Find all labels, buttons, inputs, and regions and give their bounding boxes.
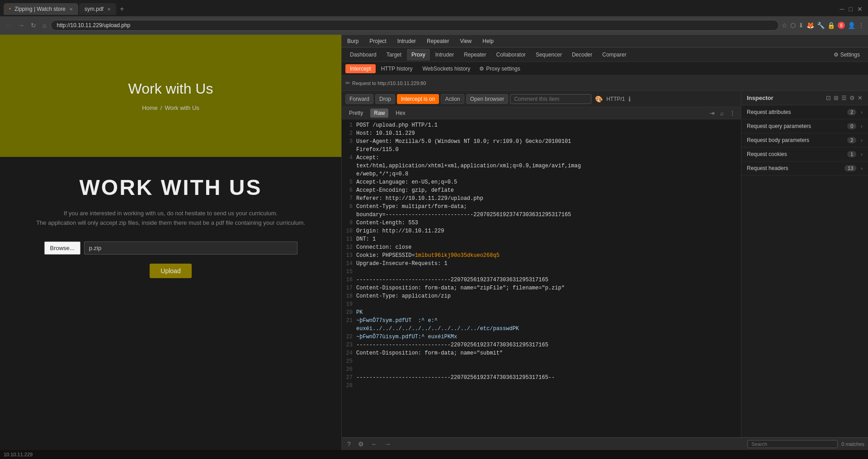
inspector-item[interactable]: Request headers13›	[741, 161, 868, 175]
request-url-label: Request to http://10.10.11.229:80	[352, 80, 426, 86]
wrench-icon[interactable]: 🔧	[817, 22, 825, 29]
settings-status-icon[interactable]: ⚙	[356, 440, 366, 449]
tab-zipping[interactable]: • Zipping | Watch store ✕	[4, 3, 78, 15]
extension-icon[interactable]: ⬡	[790, 22, 796, 29]
request-line: 13Cookie: PHPSESSID=1mlbut96ikj90o35dkue…	[344, 251, 739, 260]
foxy-proxy-icon[interactable]: 🦊	[807, 22, 814, 29]
drop-button[interactable]: Drop	[375, 94, 395, 104]
nav-collaborator[interactable]: Collaborator	[492, 49, 530, 61]
menu-help[interactable]: Help	[481, 38, 495, 44]
request-line: 4Accept:	[344, 154, 739, 162]
open-browser-button[interactable]: Open browser	[466, 94, 508, 104]
inspector-item[interactable]: Request cookies1›	[741, 147, 868, 161]
request-line: euxéi../../../../../../../../../../../et…	[344, 325, 739, 333]
more-icon[interactable]: ⋮	[727, 109, 737, 118]
palette-icon[interactable]: 🎨	[593, 95, 604, 104]
back-nav-icon[interactable]: ←	[369, 440, 379, 449]
request-line: boundary=---------------------------2207…	[344, 211, 739, 219]
window-close[interactable]: ✕	[855, 5, 864, 13]
request-line: text/html,application/xhtml+xml,applicat…	[344, 162, 739, 170]
sub-http-history[interactable]: HTTP history	[377, 64, 417, 73]
info-icon[interactable]: ℹ	[627, 95, 632, 104]
nav-decoder[interactable]: Decoder	[567, 49, 597, 61]
window-maximize[interactable]: □	[847, 5, 854, 13]
menu-intruder[interactable]: Intruder	[396, 38, 418, 44]
toggle-icon[interactable]: ⊡	[826, 95, 831, 101]
nav-intruder[interactable]: Intruder	[431, 49, 458, 61]
intercept-button[interactable]: Intercept is on	[397, 94, 439, 104]
gear-icon: ⚙	[479, 66, 484, 72]
tab-sym[interactable]: sym.pdf ✕	[79, 3, 116, 15]
nav-home[interactable]: ⌂	[41, 21, 48, 30]
forward-button[interactable]: Forward	[345, 94, 373, 104]
breadcrumb-home[interactable]: Home	[142, 104, 158, 111]
browse-button[interactable]: Browse...	[44, 241, 80, 255]
menu-view[interactable]: View	[458, 38, 473, 44]
menu-icon[interactable]: ⋮	[858, 22, 864, 29]
nav-comparer[interactable]: Comparer	[598, 49, 631, 61]
browser-chrome: • Zipping | Watch store ✕ sym.pdf ✕ + ─ …	[0, 0, 868, 35]
work-desc-line2: The application will only accept zip fil…	[36, 218, 305, 228]
inspector-header: Inspector ⊡ ⊞ ☰ ⚙ ✕	[741, 91, 868, 105]
nav-back[interactable]: ←	[4, 21, 14, 30]
panel-icon[interactable]: ⊞	[834, 95, 839, 101]
nav-sequencer[interactable]: Sequencer	[531, 49, 566, 61]
comment-input[interactable]	[510, 94, 591, 104]
lock-icon[interactable]: 🔒	[827, 22, 835, 29]
nav-settings[interactable]: ⚙ Settings	[829, 49, 864, 61]
menu-burp[interactable]: Burp	[345, 38, 360, 44]
tab-close-sym[interactable]: ✕	[107, 7, 111, 12]
proxy-settings-btn[interactable]: ⚙ Proxy settings	[479, 66, 520, 72]
inspector-actions: ⊡ ⊞ ☰ ⚙ ✕	[826, 95, 863, 101]
forward-nav-icon[interactable]: →	[383, 440, 393, 449]
request-line: 5Accept-Language: en-US,en;q=0.5	[344, 178, 739, 186]
search-icon[interactable]: ⌕	[718, 109, 726, 118]
request-line: 3User-Agent: Mozilla/5.0 (Windows NT 10.…	[344, 137, 739, 146]
browser-actions: ☆ ⬡ ⬇ 🦊 🔧 🔒 8 👤 ⋮	[782, 22, 864, 29]
chevron-right-icon: ›	[861, 123, 863, 129]
request-line: 7Referer: http://10.10.11.229/upload.php	[344, 194, 739, 203]
align-icon[interactable]: ☰	[841, 95, 847, 101]
tab-raw[interactable]: Raw	[370, 109, 388, 118]
new-tab-button[interactable]: +	[117, 5, 127, 13]
http-version-label: HTTP/1	[606, 96, 625, 102]
nav-target[interactable]: Target	[382, 49, 406, 61]
menu-repeater[interactable]: Repeater	[425, 38, 451, 44]
download-icon[interactable]: ⬇	[798, 22, 804, 29]
settings-icon[interactable]: ⚙	[849, 95, 855, 101]
nav-dashboard[interactable]: Dashboard	[345, 49, 381, 61]
request-line: 6Accept-Encoding: gzip, deflate	[344, 186, 739, 194]
window-minimize[interactable]: ─	[838, 5, 846, 13]
help-icon[interactable]: ?	[345, 440, 353, 449]
close-icon[interactable]: ✕	[858, 95, 863, 101]
profile-icon[interactable]: 👤	[848, 22, 855, 29]
inspector-item[interactable]: Request attributes2›	[741, 105, 868, 119]
request-line: 25	[344, 357, 739, 365]
chevron-right-icon: ›	[861, 151, 863, 157]
menu-project[interactable]: Project	[368, 38, 388, 44]
action-button[interactable]: Action	[441, 94, 464, 104]
upload-button[interactable]: Upload	[150, 264, 191, 278]
search-input[interactable]	[747, 440, 838, 448]
request-line: 18Content-Type: application/zip	[344, 292, 739, 300]
request-line: 24Content-Disposition: form-data; name="…	[344, 349, 739, 357]
browser-viewport: Work with Us Home / Work with Us WORK WI…	[0, 35, 341, 450]
bookmark-icon[interactable]: ☆	[782, 22, 788, 29]
sub-intercept[interactable]: Intercept	[345, 64, 376, 73]
address-input[interactable]	[51, 20, 779, 31]
nav-reload[interactable]: ↻	[29, 21, 38, 30]
tab-hex[interactable]: Hex	[392, 109, 409, 118]
breadcrumb: Home / Work with Us	[142, 104, 199, 111]
tab-close-zipping[interactable]: ✕	[69, 7, 73, 12]
inspector-panel: Inspector ⊡ ⊞ ☰ ⚙ ✕ Request attributes2›…	[741, 91, 868, 437]
nav-repeater[interactable]: Repeater	[459, 49, 491, 61]
indent-icon[interactable]: ⇥	[708, 109, 717, 118]
nav-forward[interactable]: →	[16, 21, 26, 30]
burp-menu-bar: Burp Project Intruder Repeater View Help	[342, 35, 868, 47]
inspector-item[interactable]: Request body parameters2›	[741, 133, 868, 147]
sub-websockets[interactable]: WebSockets history	[418, 64, 475, 73]
nav-proxy[interactable]: Proxy	[407, 49, 430, 61]
inspector-item[interactable]: Request query parameters0›	[741, 119, 868, 133]
tab-pretty[interactable]: Pretty	[345, 109, 367, 118]
chevron-right-icon: ›	[861, 166, 863, 171]
